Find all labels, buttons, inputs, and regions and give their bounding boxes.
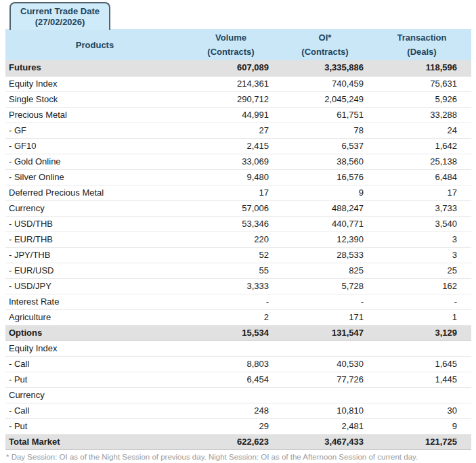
- oi-cell: [278, 387, 372, 403]
- product-cell: - Silver Online: [5, 169, 184, 185]
- transaction-cell: [372, 387, 471, 403]
- product-cell: - USD/THB: [5, 216, 184, 232]
- tab-current-trade-date[interactable]: Current Trade Date (27/02/2026): [9, 2, 110, 30]
- table-row: Equity Index214,361740,45975,631: [5, 76, 471, 91]
- table-row: Currency57,006488,2473,733: [5, 200, 471, 216]
- volume-cell: 2,415: [184, 138, 278, 154]
- column-header-transaction-label: Transaction: [372, 30, 471, 45]
- transaction-cell: 3,540: [372, 216, 471, 232]
- transaction-cell: -: [372, 294, 471, 309]
- volume-cell: -: [184, 294, 278, 309]
- table-row: Currency: [5, 387, 471, 403]
- oi-cell: 28,533: [278, 247, 372, 263]
- transaction-cell: 1,642: [372, 138, 471, 154]
- table-row: Precious Metal44,99161,75133,288: [5, 107, 471, 123]
- transaction-cell: 3,129: [372, 325, 471, 340]
- product-cell: Interest Rate: [5, 294, 184, 309]
- oi-cell: 12,390: [278, 232, 372, 247]
- tab-label-line2: (27/02/2026): [20, 17, 100, 28]
- volume-cell: 44,991: [184, 107, 278, 123]
- volume-cell: [184, 387, 278, 403]
- volume-cell: 622,623: [184, 434, 278, 449]
- product-cell: - USD/JPY: [5, 278, 184, 294]
- product-cell: Currency: [5, 200, 184, 216]
- table-row: - JPY/THB5228,5333: [5, 247, 471, 263]
- product-cell: - EUR/THB: [5, 232, 184, 247]
- oi-cell: 16,576: [278, 169, 372, 185]
- section-row: Options15,534131,5473,129: [5, 325, 471, 340]
- transaction-cell: 3: [372, 232, 471, 247]
- oi-footnote: * Day Session: OI as of the Night Sessio…: [5, 450, 471, 462]
- table-row: Equity Index: [5, 340, 471, 356]
- table-row: - Put6,45477,7261,445: [5, 372, 471, 387]
- oi-cell: 488,247: [278, 200, 372, 216]
- column-header-products: Products: [5, 29, 184, 60]
- volume-cell: 290,712: [184, 91, 278, 107]
- table-row: - Silver Online9,48016,5766,484: [5, 169, 471, 185]
- column-header-volume: Volume (Contracts): [184, 29, 278, 60]
- oi-cell: 440,771: [278, 216, 372, 232]
- oi-cell: 6,537: [278, 138, 372, 154]
- volume-cell: 3,333: [184, 278, 278, 294]
- oi-cell: 61,751: [278, 107, 372, 123]
- volume-cell: 607,089: [184, 60, 278, 76]
- transaction-cell: 121,725: [372, 434, 471, 449]
- volume-cell: 17: [184, 185, 278, 200]
- table-row: - USD/JPY3,3335,728162: [5, 278, 471, 294]
- volume-cell: 29: [184, 418, 278, 434]
- table-row: Single Stock290,7122,045,2495,926: [5, 91, 471, 107]
- transaction-cell: 25,138: [372, 154, 471, 169]
- transaction-cell: 1,445: [372, 372, 471, 387]
- oi-cell: 78: [278, 123, 372, 138]
- column-header-transaction-unit: (Deals): [372, 45, 471, 59]
- column-header-transaction: Transaction (Deals): [372, 29, 471, 60]
- market-summary-page: Current Trade Date (27/02/2026) Products…: [0, 0, 476, 463]
- table-row: - USD/THB53,346440,7713,540: [5, 216, 471, 232]
- transaction-cell: 118,596: [372, 60, 471, 76]
- oi-cell: 2,045,249: [278, 91, 372, 107]
- section-row: Futures607,0893,335,886118,596: [5, 60, 471, 76]
- transaction-cell: 25: [372, 263, 471, 278]
- transaction-cell: 17: [372, 185, 471, 200]
- table-row: - EUR/USD5582525: [5, 263, 471, 278]
- oi-cell: -: [278, 294, 372, 309]
- product-cell: Equity Index: [5, 76, 184, 91]
- oi-cell: 38,560: [278, 154, 372, 169]
- oi-cell: 3,467,433: [278, 434, 372, 449]
- table-row: - Put292,4819: [5, 418, 471, 434]
- column-header-volume-unit: (Contracts): [184, 45, 278, 59]
- transaction-cell: 1,645: [372, 356, 471, 372]
- oi-cell: 825: [278, 263, 372, 278]
- volume-cell: 27: [184, 123, 278, 138]
- product-cell: - GF: [5, 123, 184, 138]
- volume-cell: 57,006: [184, 200, 278, 216]
- column-header-volume-label: Volume: [184, 30, 278, 45]
- transaction-cell: 3: [372, 247, 471, 263]
- volume-cell: 53,346: [184, 216, 278, 232]
- table-row: Interest Rate---: [5, 294, 471, 309]
- transaction-cell: [372, 340, 471, 356]
- table-row: - Call24810,81030: [5, 403, 471, 418]
- transaction-cell: 9: [372, 418, 471, 434]
- volume-cell: 9,480: [184, 169, 278, 185]
- transaction-cell: 1: [372, 309, 471, 325]
- oi-cell: 10,810: [278, 403, 372, 418]
- oi-cell: 171: [278, 309, 372, 325]
- volume-cell: 33,069: [184, 154, 278, 169]
- product-cell: Equity Index: [5, 340, 184, 356]
- column-header-products-label: Products: [5, 38, 184, 52]
- product-cell: Precious Metal: [5, 107, 184, 123]
- volume-cell: 52: [184, 247, 278, 263]
- table-row: - Gold Online33,06938,56025,138: [5, 154, 471, 169]
- product-cell: - Call: [5, 356, 184, 372]
- table-row: - GF277824: [5, 123, 471, 138]
- volume-cell: [184, 340, 278, 356]
- oi-cell: [278, 340, 372, 356]
- transaction-cell: 5,926: [372, 91, 471, 107]
- product-cell: - Put: [5, 372, 184, 387]
- transaction-cell: 30: [372, 403, 471, 418]
- oi-cell: 131,547: [278, 325, 372, 340]
- transaction-cell: 33,288: [372, 107, 471, 123]
- oi-cell: 9: [278, 185, 372, 200]
- volume-cell: 248: [184, 403, 278, 418]
